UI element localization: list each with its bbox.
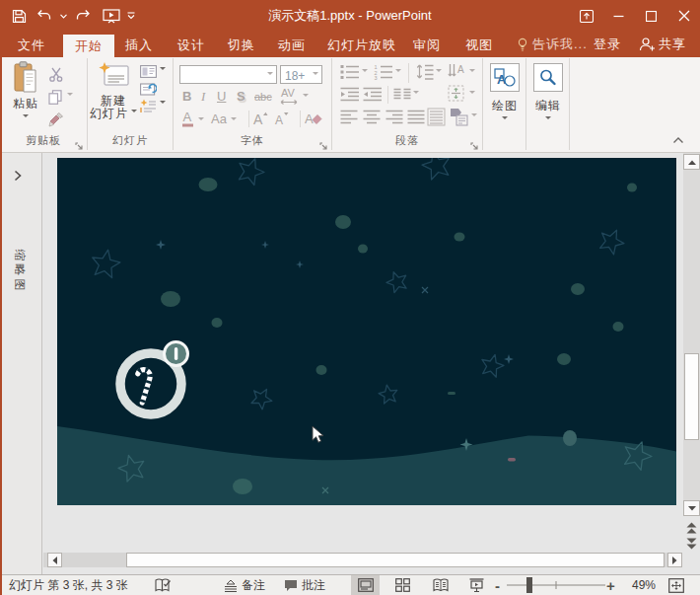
slide-canvas[interactable] [57,158,676,505]
zoom-level-button[interactable]: 49% [632,575,656,595]
collapse-ribbon-button[interactable] [671,135,684,145]
zoom-out-button[interactable]: - [495,575,500,595]
cut-button[interactable] [47,66,65,82]
font-name-dropdown[interactable] [263,66,276,83]
scroll-down-button[interactable] [683,500,700,516]
align-center-button[interactable] [363,110,381,124]
tab-view[interactable]: 视图 [456,32,502,57]
columns-dropdown[interactable] [413,91,419,97]
tab-home[interactable]: 开始 [63,35,114,57]
font-color-button[interactable]: A [180,110,195,128]
copy-button[interactable] [47,89,63,105]
maximize-button[interactable] [635,0,667,32]
text-direction-dropdown[interactable] [469,69,475,75]
align-text-button[interactable] [448,85,466,104]
change-case-dropdown[interactable] [231,117,237,123]
character-spacing-button[interactable]: AV [279,87,301,107]
align-left-button[interactable] [340,110,358,124]
tellme-box[interactable]: 告诉我... [517,32,588,57]
new-slide-button[interactable]: 新建 幻灯片 [88,61,139,132]
bold-button[interactable]: B [182,89,191,104]
text-direction-button[interactable]: A [448,63,467,80]
share-button[interactable]: 共享 [639,32,686,57]
tab-transitions[interactable]: 切换 [219,32,264,57]
slideshow-view-button[interactable] [462,575,491,595]
decrease-indent-button[interactable] [340,87,360,102]
tab-animations[interactable]: 动画 [269,32,315,57]
spell-check-button[interactable] [155,575,171,595]
minimize-button[interactable] [602,0,635,32]
paste-button[interactable]: 粘贴 [6,61,45,132]
slide-sorter-view-button[interactable] [388,575,417,595]
zoom-in-button[interactable]: + [606,575,615,595]
horizontal-scroll-thumb[interactable] [126,553,665,567]
character-spacing-dropdown[interactable] [303,94,309,100]
thumbnail-panel-collapsed[interactable]: 缩略图 [0,153,42,574]
zoom-slider[interactable] [507,575,605,595]
slide-counter[interactable]: 幻灯片 第 3 张, 共 3 张 [9,575,128,595]
line-spacing-dropdown[interactable] [436,69,442,75]
comments-button[interactable]: 批注 [284,575,325,595]
font-size-dropdown[interactable] [309,66,321,83]
normal-view-button[interactable] [351,575,380,595]
distribute-button[interactable] [427,108,447,126]
text-shadow-button[interactable]: S [237,89,245,104]
tab-review[interactable]: 审阅 [404,32,450,57]
ribbon-display-options-button[interactable] [570,0,602,32]
expand-thumbnails-chevron[interactable] [14,168,22,186]
vertical-scrollbar[interactable] [683,153,700,574]
layout-dropdown[interactable] [160,67,166,73]
clear-formatting-button[interactable]: A [305,110,322,127]
notes-button[interactable]: 备注 [224,575,265,595]
scroll-right-button[interactable] [667,553,682,567]
fit-slide-to-window-button[interactable] [668,575,684,595]
align-right-button[interactable] [385,110,403,124]
grow-font-button[interactable]: A [252,110,270,127]
drawing-group-button[interactable]: A [490,63,520,92]
tab-insert[interactable]: 插入 [116,32,162,57]
line-spacing-button[interactable] [416,63,434,80]
clipboard-dialog-launcher[interactable] [75,137,84,146]
copy-dropdown[interactable] [67,93,73,99]
signin-button[interactable]: 登录 [594,32,621,57]
align-text-dropdown[interactable] [469,91,475,97]
layout-button[interactable] [139,64,157,78]
font-size-combo[interactable]: 18+ [280,65,322,84]
vertical-scroll-thumb[interactable] [684,353,699,440]
section-dropdown[interactable] [160,101,166,107]
justify-button[interactable] [407,110,425,124]
change-case-button[interactable]: Aa [211,112,227,126]
smartart-convert-button[interactable] [450,108,468,126]
columns-button[interactable] [393,88,411,101]
increase-indent-button[interactable] [363,87,383,102]
section-button[interactable] [139,98,157,112]
format-painter-button[interactable] [47,112,65,127]
bullets-button[interactable] [340,64,360,80]
font-name-combo[interactable] [179,65,277,84]
close-button[interactable] [667,0,700,32]
horizontal-scrollbar[interactable] [43,553,682,567]
numbering-button[interactable]: 123 [374,64,393,80]
editing-dropdown[interactable] [545,116,551,122]
editing-group-button[interactable] [533,63,563,92]
scroll-left-button[interactable] [47,553,62,567]
tab-slideshow[interactable]: 幻灯片放映 [319,32,404,57]
tab-file[interactable]: 文件 [8,32,55,57]
underline-button[interactable]: U [217,89,226,104]
tab-design[interactable]: 设计 [169,32,214,57]
shrink-font-button[interactable]: A [274,110,290,127]
numbering-dropdown[interactable] [395,69,401,75]
reading-view-button[interactable] [426,575,455,595]
reset-button[interactable] [139,81,157,96]
font-dialog-launcher[interactable] [319,137,328,146]
italic-button[interactable]: I [201,89,205,105]
next-slide-button[interactable] [686,536,697,554]
strikethrough-button[interactable]: abc [254,91,272,103]
bullets-dropdown[interactable] [362,69,368,75]
paragraph-dialog-launcher[interactable] [470,137,479,146]
drawing-dropdown[interactable] [502,116,508,122]
font-color-dropdown[interactable] [198,117,204,123]
smartart-dropdown[interactable] [471,113,477,119]
zoom-slider-thumb[interactable] [526,577,532,593]
scroll-up-button[interactable] [683,154,700,170]
